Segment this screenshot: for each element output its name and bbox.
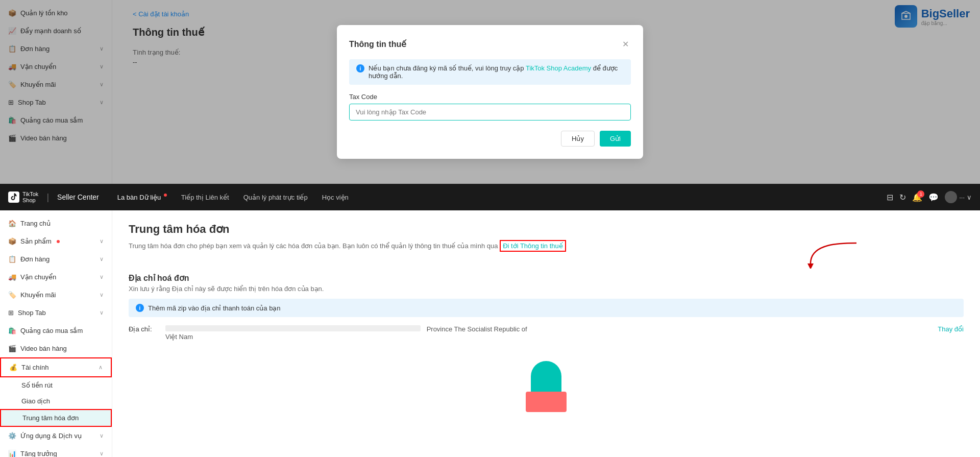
- chevron-icon: ∨: [100, 274, 104, 280]
- notification-badge: 1: [917, 190, 924, 198]
- address-label: Địa chỉ:: [129, 325, 159, 333]
- notification-button[interactable]: 🔔 1: [912, 193, 922, 202]
- title-row: Trung tâm hóa đơn Trung tâm hóa đơn cho …: [129, 223, 964, 270]
- tax-info-modal: Thông tin thuế ✕ i Nếu bạn chưa đăng ký …: [337, 25, 643, 159]
- sidebar-item-quang-cao-b[interactable]: 🛍️ Quảng cáo mua sắm: [0, 322, 112, 340]
- billing-section-title: Địa chỉ hoá đơn: [129, 273, 964, 283]
- bottom-half: TikTokShop | Seller Center La bàn Dữ liệ…: [0, 184, 980, 457]
- sidebar-item-van-chuyen-b[interactable]: 🚚 Vận chuyển ∨: [0, 268, 112, 286]
- apps-icon: ⚙️: [8, 432, 16, 440]
- user-name: ···: [959, 194, 965, 201]
- chat-icon-button[interactable]: 💬: [928, 193, 939, 202]
- nav-right: ⊟ ↻ 🔔 1 💬 ··· ∨: [887, 191, 972, 203]
- product-dot: [57, 240, 60, 243]
- modal-info-banner: i Nếu bạn chưa đăng ký mã số thuế, vui l…: [349, 59, 631, 85]
- sidebar-item-don-hang-b[interactable]: 📋 Đơn hàng ∨: [0, 250, 112, 268]
- sidebar-subitem-giao-dich[interactable]: Giao dịch: [0, 393, 112, 409]
- sidebar-item-san-pham[interactable]: 📦 Sản phẩm ∨: [0, 232, 112, 250]
- home-icon: 🏠: [8, 220, 16, 227]
- sidebar-label: Video bán hàng: [20, 345, 67, 352]
- bottom-sidebar: 🏠 Trang chủ 📦 Sản phẩm ∨ 📋 Đơn hàng ∨: [0, 210, 112, 457]
- modal-close-button[interactable]: ✕: [620, 37, 631, 51]
- chevron-up-icon: ∧: [99, 364, 103, 371]
- sub-item-label: Số tiền rút: [21, 381, 53, 389]
- info-text: Nếu bạn chưa đăng ký mã số thuế, vui lòn…: [369, 64, 624, 80]
- char-body: [526, 392, 567, 412]
- tax-info-link[interactable]: Đi tới Thông tin thuế: [500, 240, 566, 252]
- address-country: Việt Nam: [165, 333, 193, 341]
- tax-code-label: Tax Code: [349, 93, 631, 101]
- sidebar-item-ung-dung[interactable]: ⚙️ Ứng dụng & Dịch vụ ∨: [0, 427, 112, 445]
- sidebar-item-tai-chinh[interactable]: 💰 Tài chính ∧: [0, 357, 112, 377]
- sidebar-item-video-b[interactable]: 🎬 Video bán hàng: [0, 340, 112, 357]
- submit-button[interactable]: Gửi: [600, 131, 631, 147]
- address-change-link[interactable]: Thay đổi: [938, 325, 964, 333]
- bottom-main: 🏠 Trang chủ 📦 Sản phẩm ∨ 📋 Đơn hàng ∨: [0, 210, 980, 457]
- nav-link-la-ban[interactable]: La bàn Dữ liệu: [111, 190, 173, 204]
- sidebar-label: Khuyến mãi: [20, 291, 56, 299]
- address-row: Địa chỉ: Province The Socialist Republic…: [129, 325, 964, 341]
- nav-logo: TikTokShop: [8, 191, 38, 203]
- nav-link-tiep-thi[interactable]: Tiếp thị Liên kết: [175, 190, 235, 204]
- tiktok-logo-icon: [8, 191, 19, 203]
- sidebar-label: Trang chủ: [20, 220, 51, 227]
- billing-section-desc: Xin lưu ý rằng Địa chỉ này sẽ được hiển …: [129, 285, 964, 293]
- cancel-button[interactable]: Hủy: [561, 131, 595, 147]
- info-banner-text: Thêm mã zip vào địa chỉ thanh toán của b…: [148, 304, 281, 312]
- nav-bar: TikTokShop | Seller Center La bàn Dữ liệ…: [0, 184, 980, 210]
- sub-item-label: Giao dịch: [21, 397, 50, 405]
- chevron-icon: ∨: [100, 432, 104, 439]
- user-avatar: [945, 191, 957, 203]
- user-menu[interactable]: ··· ∨: [945, 191, 972, 203]
- arrow-svg: [800, 238, 862, 269]
- sidebar-label: Ứng dụng & Dịch vụ: [20, 432, 82, 440]
- page-desc: Trung tâm hóa đơn cho phép bạn xem và qu…: [129, 240, 566, 252]
- refresh-icon-button[interactable]: ↻: [899, 193, 906, 202]
- info-icon: i: [356, 64, 364, 73]
- nav-link-quan-ly-phat[interactable]: Quản lý phát trực tiếp: [237, 190, 314, 204]
- chevron-icon: ∨: [100, 256, 104, 262]
- nav-dot: [164, 194, 167, 197]
- sidebar-item-trang-chu[interactable]: 🏠 Trang chủ: [0, 214, 112, 232]
- modal-actions: Hủy Gửi: [349, 131, 631, 147]
- address-details: Province The Socialist Republic of Việt …: [165, 325, 932, 341]
- nav-brand: Seller Center: [57, 193, 99, 201]
- wallet-icon: 💰: [9, 364, 17, 371]
- arrow-annotation: [800, 238, 862, 270]
- billing-section: Địa chỉ hoá đơn Xin lưu ý rằng Địa chỉ n…: [129, 273, 964, 341]
- page-title: Trung tâm hóa đơn: [129, 223, 566, 236]
- main-content: Trung tâm hóa đơn Trung tâm hóa đơn cho …: [112, 210, 980, 457]
- nav-link-hoc-vien[interactable]: Học viện: [316, 190, 355, 204]
- sidebar-label: Đơn hàng: [20, 255, 50, 263]
- modal-title: Thông tin thuế: [349, 39, 406, 49]
- layout-icon-button[interactable]: ⊟: [887, 193, 893, 202]
- illustration: [516, 361, 577, 412]
- sidebar-subitem-so-tien-rut[interactable]: Số tiền rút: [0, 377, 112, 393]
- sidebar-label: Tăng trưởng: [20, 450, 57, 457]
- illustration-area: [129, 361, 964, 412]
- order-icon: 📋: [8, 255, 16, 263]
- sidebar-item-khuyen-mai-b[interactable]: 🏷️ Khuyến mãi ∨: [0, 286, 112, 304]
- sidebar-subitem-trung-tam-hoa-don[interactable]: Trung tâm hóa đơn: [0, 409, 112, 427]
- nav-divider: |: [46, 192, 49, 203]
- modal-overlay: Thông tin thuế ✕ i Nếu bạn chưa đăng ký …: [0, 0, 980, 184]
- svg-marker-1: [807, 263, 814, 269]
- package-icon: 📦: [8, 237, 16, 245]
- tiktok-academy-link[interactable]: TikTok Shop Academy: [526, 64, 591, 72]
- char-head: [531, 361, 561, 392]
- sidebar-label: Quảng cáo mua sắm: [20, 327, 83, 334]
- video-icon: 🎬: [8, 345, 16, 352]
- sub-item-label: Trung tâm hóa đơn: [22, 414, 79, 422]
- tag-icon: 🏷️: [8, 291, 16, 299]
- sidebar-label: Shop Tab: [18, 309, 46, 317]
- sidebar-item-shop-tab-b[interactable]: ⊞ Shop Tab ∨: [0, 304, 112, 322]
- chevron-icon: ∨: [100, 238, 104, 245]
- address-blurred: [165, 325, 421, 331]
- nav-links: La bàn Dữ liệu Tiếp thị Liên kết Quản lý…: [111, 190, 878, 204]
- tax-code-input[interactable]: [349, 104, 631, 121]
- modal-header: Thông tin thuế ✕: [349, 37, 631, 51]
- sidebar-item-tang-truong[interactable]: 📊 Tăng trưởng ∨: [0, 445, 112, 457]
- chevron-icon: ∨: [100, 450, 104, 457]
- truck-icon: 🚚: [8, 273, 16, 281]
- chevron-icon: ∨: [100, 309, 104, 316]
